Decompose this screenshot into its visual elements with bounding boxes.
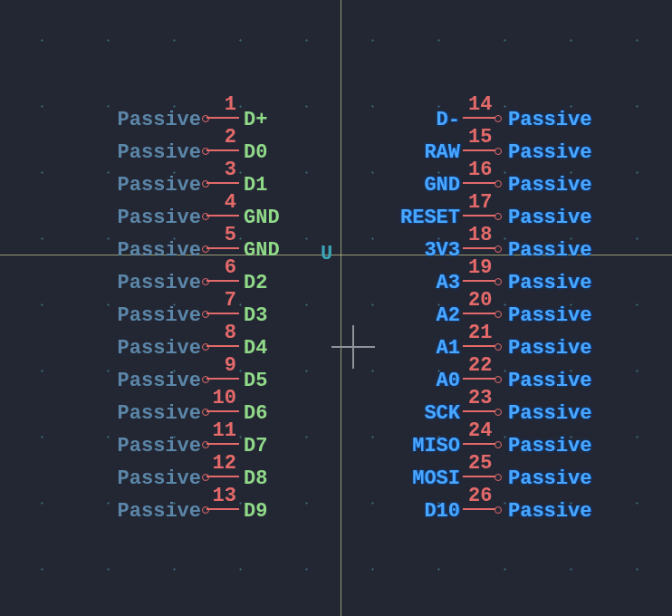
pin-wire[interactable] bbox=[206, 508, 239, 510]
pin-endpoint-icon[interactable] bbox=[494, 115, 502, 122]
pin-endpoint-icon[interactable] bbox=[494, 506, 502, 514]
pin-number[interactable]: 1 bbox=[225, 95, 236, 115]
pin-wire[interactable] bbox=[463, 117, 495, 119]
pin-endpoint-icon[interactable] bbox=[494, 148, 502, 155]
pin-number[interactable]: 3 bbox=[225, 160, 236, 180]
pin-number[interactable]: 12 bbox=[213, 454, 236, 474]
pin-type-label: Passive bbox=[508, 143, 591, 163]
pin-wire[interactable] bbox=[206, 345, 239, 347]
pin-wire[interactable] bbox=[463, 378, 495, 380]
pin-number[interactable]: 19 bbox=[468, 258, 492, 278]
pin-number[interactable]: 11 bbox=[213, 421, 236, 441]
pin-wire[interactable] bbox=[206, 313, 239, 314]
pin-name[interactable]: A0 bbox=[437, 371, 460, 391]
pin-number[interactable]: 15 bbox=[468, 128, 492, 148]
pin-name[interactable]: D0 bbox=[244, 143, 267, 163]
pin-name[interactable]: A3 bbox=[437, 274, 460, 294]
pin-name[interactable]: D1 bbox=[244, 176, 267, 196]
pin-wire[interactable] bbox=[463, 280, 495, 282]
pin-endpoint-icon[interactable] bbox=[494, 245, 502, 253]
pin-number[interactable]: 17 bbox=[468, 193, 492, 213]
pin-number[interactable]: 21 bbox=[468, 323, 492, 343]
pin-number[interactable]: 14 bbox=[468, 95, 492, 115]
pin-number[interactable]: 8 bbox=[225, 323, 236, 343]
pin-number[interactable]: 4 bbox=[225, 193, 236, 213]
pin-row: Passive7D3A220Passive bbox=[0, 301, 672, 333]
pin-endpoint-icon[interactable] bbox=[494, 180, 502, 188]
pin-number[interactable]: 24 bbox=[468, 421, 492, 441]
pin-wire[interactable] bbox=[463, 149, 495, 151]
pin-endpoint-icon[interactable] bbox=[494, 474, 502, 481]
pin-number[interactable]: 6 bbox=[225, 258, 236, 278]
pin-name[interactable]: 3V3 bbox=[424, 241, 460, 261]
pin-number[interactable]: 20 bbox=[468, 291, 492, 311]
pin-endpoint-icon[interactable] bbox=[494, 213, 502, 220]
pin-wire[interactable] bbox=[206, 149, 239, 151]
pin-endpoint-icon[interactable] bbox=[494, 343, 502, 351]
pin-endpoint-icon[interactable] bbox=[494, 311, 502, 318]
pin-name[interactable]: D6 bbox=[244, 404, 267, 424]
pin-number[interactable]: 26 bbox=[468, 486, 492, 506]
pin-type-label: Passive bbox=[508, 111, 591, 130]
pin-number[interactable]: 23 bbox=[468, 389, 492, 409]
pin-type-label: Passive bbox=[118, 339, 201, 359]
pin-endpoint-icon[interactable] bbox=[494, 409, 502, 416]
pin-name[interactable]: D9 bbox=[244, 502, 267, 522]
pin-wire[interactable] bbox=[206, 410, 239, 412]
pin-wire[interactable] bbox=[463, 313, 495, 314]
pin-number[interactable]: 25 bbox=[468, 454, 492, 474]
pin-name[interactable]: RESET bbox=[400, 208, 460, 228]
pin-wire[interactable] bbox=[463, 247, 495, 249]
pin-name[interactable]: D3 bbox=[244, 306, 267, 326]
pin-row: Passive5GND3V318Passive bbox=[0, 236, 672, 268]
pin-name[interactable]: MOSI bbox=[412, 469, 460, 489]
pin-name[interactable]: GND bbox=[424, 176, 460, 196]
pin-name[interactable]: D5 bbox=[244, 371, 267, 391]
pin-name[interactable]: SCK bbox=[424, 404, 460, 424]
pin-endpoint-icon[interactable] bbox=[494, 376, 502, 383]
pin-name[interactable]: D7 bbox=[244, 437, 267, 457]
pin-wire[interactable] bbox=[206, 182, 239, 184]
pin-wire[interactable] bbox=[463, 215, 495, 217]
pin-name[interactable]: MISO bbox=[412, 437, 460, 457]
pin-number[interactable]: 13 bbox=[213, 486, 236, 506]
pin-number[interactable]: 5 bbox=[225, 226, 236, 245]
pin-wire[interactable] bbox=[206, 247, 239, 249]
pin-type-label: Passive bbox=[508, 241, 591, 261]
pin-wire[interactable] bbox=[463, 476, 495, 477]
pin-wire[interactable] bbox=[206, 117, 239, 119]
pin-wire[interactable] bbox=[206, 280, 239, 282]
pin-number[interactable]: 7 bbox=[225, 291, 236, 311]
pin-number[interactable]: 18 bbox=[468, 226, 492, 245]
pin-number[interactable]: 9 bbox=[225, 356, 236, 376]
pin-name[interactable]: D2 bbox=[244, 274, 267, 294]
pin-number[interactable]: 22 bbox=[468, 356, 492, 376]
pin-wire[interactable] bbox=[206, 443, 239, 445]
pin-number[interactable]: 2 bbox=[225, 128, 236, 148]
pin-wire[interactable] bbox=[463, 345, 495, 347]
pin-type-label: Passive bbox=[508, 502, 591, 522]
pin-wire[interactable] bbox=[206, 378, 239, 380]
pin-endpoint-icon[interactable] bbox=[494, 441, 502, 448]
pin-name[interactable]: D+ bbox=[244, 111, 267, 130]
pin-name[interactable]: D10 bbox=[424, 502, 460, 522]
pin-name[interactable]: A1 bbox=[437, 339, 460, 359]
pin-name[interactable]: D4 bbox=[244, 339, 267, 359]
pin-wire[interactable] bbox=[463, 443, 495, 445]
pin-name[interactable]: D- bbox=[437, 111, 460, 130]
pin-name[interactable]: A2 bbox=[437, 306, 460, 326]
pin-name[interactable]: GND bbox=[244, 208, 280, 228]
pin-type-label: Passive bbox=[118, 176, 201, 196]
pin-wire[interactable] bbox=[206, 215, 239, 217]
pin-name[interactable]: GND bbox=[244, 241, 280, 261]
pin-type-label: Passive bbox=[508, 469, 591, 489]
pin-number[interactable]: 10 bbox=[213, 389, 236, 409]
pin-wire[interactable] bbox=[463, 410, 495, 412]
pin-wire[interactable] bbox=[463, 182, 495, 184]
pin-endpoint-icon[interactable] bbox=[494, 278, 502, 285]
pin-number[interactable]: 16 bbox=[468, 160, 492, 180]
pin-name[interactable]: RAW bbox=[424, 143, 460, 163]
pin-wire[interactable] bbox=[206, 476, 239, 477]
pin-name[interactable]: D8 bbox=[244, 469, 267, 489]
pin-wire[interactable] bbox=[463, 508, 495, 510]
